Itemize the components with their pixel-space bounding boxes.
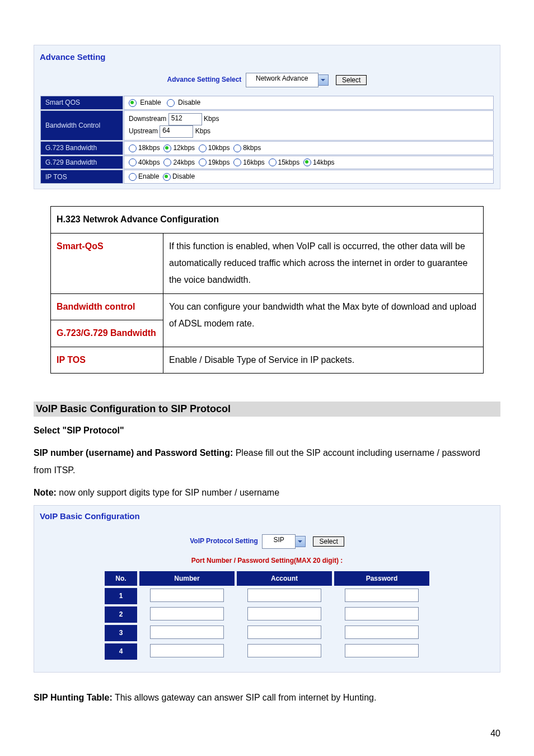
section-heading: VoIP Basic Configuration to SIP Protocol — [34, 402, 500, 417]
radio-g723-10[interactable] — [199, 144, 207, 152]
radio-iptos-disable[interactable] — [163, 173, 171, 181]
password-input-4[interactable] — [345, 644, 419, 657]
password-input-1[interactable] — [345, 589, 419, 602]
row-label-bandwidth-control: Bandwidth Control — [40, 110, 123, 141]
explanation-table-wrap: H.323 Netwrok Advance Configuration Smar… — [50, 206, 484, 374]
row-no-3: 3 — [105, 625, 137, 641]
number-input-3[interactable] — [150, 626, 224, 639]
upstream-input[interactable]: 64 — [160, 125, 193, 138]
number-input-4[interactable] — [150, 644, 224, 657]
radio-g729-15[interactable] — [269, 158, 277, 166]
number-input-1[interactable] — [150, 589, 224, 602]
radio-g729-14[interactable] — [303, 158, 311, 166]
expl-iptos-right: Enable / Disable Type of Service in IP p… — [163, 347, 484, 373]
expl-bandwidth-left: Bandwidth control — [51, 293, 163, 320]
account-input-4[interactable] — [247, 644, 321, 657]
col-no: No. — [105, 571, 137, 586]
row-value-g729: 40kbps 24kbps 19kbps 16kbps 15kbps 14kbp… — [124, 156, 494, 170]
expl-g723g729-left: G.723/G.729 Bandwidth — [51, 320, 163, 347]
row-label-ip-tos: IP TOS — [40, 170, 123, 184]
para-note: Note: now only support digits type for S… — [34, 484, 500, 501]
table-row: 3 — [105, 625, 429, 641]
radio-g723-8[interactable] — [233, 144, 241, 152]
table-row: 1 — [105, 588, 429, 604]
advance-setting-panel: Advance Setting Advance Setting Select N… — [34, 45, 500, 189]
password-input-2[interactable] — [345, 607, 419, 620]
advance-settings-table: Smart QOS Enable Disable Bandwidth Contr… — [40, 95, 494, 184]
row-label-g723: G.723 Bandwidth — [40, 141, 123, 155]
table-row: 2 — [105, 606, 429, 623]
expl-iptos-left: IP TOS — [51, 347, 163, 373]
port-password-subheading: Port Number / Password Setting(MAX 20 di… — [40, 557, 494, 564]
password-input-3[interactable] — [345, 626, 419, 639]
explanation-table: H.323 Netwrok Advance Configuration Smar… — [50, 206, 484, 374]
col-account: Account — [237, 571, 332, 586]
account-input-3[interactable] — [247, 626, 321, 639]
para-sip-hunting: SIP Hunting Table: This allows gateway c… — [34, 689, 500, 706]
advance-setting-title: Advance Setting — [40, 52, 494, 62]
advance-select-label: Advance Setting Select — [167, 76, 242, 83]
number-input-2[interactable] — [150, 607, 224, 620]
row-value-ip-tos: Enable Disable — [124, 170, 494, 184]
voip-basic-title: VoIP Basic Configuration — [40, 511, 494, 521]
row-no-4: 4 — [105, 643, 137, 660]
col-number: Number — [139, 571, 235, 586]
voip-protocol-row: VoIP Protocol Setting SIP Select — [40, 534, 494, 549]
voip-basic-panel: VoIP Basic Configuration VoIP Protocol S… — [34, 505, 500, 673]
radio-smart-qos-disable[interactable] — [167, 99, 175, 107]
expl-header: H.323 Netwrok Advance Configuration — [51, 207, 484, 233]
radio-g729-24[interactable] — [163, 158, 171, 166]
advance-select-value[interactable]: Network Advance — [246, 73, 318, 87]
downstream-input[interactable]: 512 — [168, 113, 202, 125]
table-row: 4 — [105, 643, 429, 660]
sip-accounts-table: No. Number Account Password 1 2 3 — [102, 569, 432, 662]
row-no-1: 1 — [105, 588, 137, 604]
radio-g729-16[interactable] — [233, 158, 241, 166]
account-input-2[interactable] — [247, 607, 321, 620]
voip-protocol-label: VoIP Protocol Setting — [190, 537, 258, 545]
expl-smart-qos-left: Smart-QoS — [51, 233, 163, 293]
expl-smart-qos-right: If this function is enabled, when VoIP c… — [163, 233, 484, 293]
radio-g723-12[interactable] — [163, 144, 171, 152]
row-value-smart-qos: Enable Disable — [124, 96, 494, 110]
radio-g729-40[interactable] — [129, 158, 137, 166]
radio-g723-18[interactable] — [129, 144, 137, 152]
voip-protocol-select-button[interactable]: Select — [313, 536, 344, 547]
chevron-down-icon[interactable] — [296, 536, 306, 547]
para-select-sip: Select "SIP Protocol" — [34, 422, 500, 439]
radio-smart-qos-enable[interactable] — [129, 99, 137, 107]
para-sip-number: SIP number (username) and Password Setti… — [34, 445, 500, 479]
voip-protocol-value[interactable]: SIP — [262, 534, 296, 549]
row-label-smart-qos: Smart QOS — [40, 96, 123, 110]
radio-iptos-enable[interactable] — [129, 173, 137, 181]
chevron-down-icon[interactable] — [318, 74, 329, 86]
radio-g729-19[interactable] — [199, 158, 207, 166]
row-value-g723: 18kbps 12kbps 10kbps 8kbps — [124, 141, 494, 155]
account-input-1[interactable] — [247, 589, 321, 602]
row-label-g729: G.729 Bandwidth — [40, 156, 123, 170]
expl-bandwidth-right: You can configure your bandwidth what th… — [163, 293, 484, 347]
col-password: Password — [334, 571, 429, 586]
row-value-bandwidth-control: Downstream 512 Kbps Upstream 64 Kbps — [124, 110, 494, 141]
advance-select-row: Advance Setting Select Network Advance S… — [40, 73, 494, 87]
page-number: 40 — [34, 729, 500, 739]
row-no-2: 2 — [105, 606, 137, 623]
advance-select-button[interactable]: Select — [336, 75, 367, 85]
